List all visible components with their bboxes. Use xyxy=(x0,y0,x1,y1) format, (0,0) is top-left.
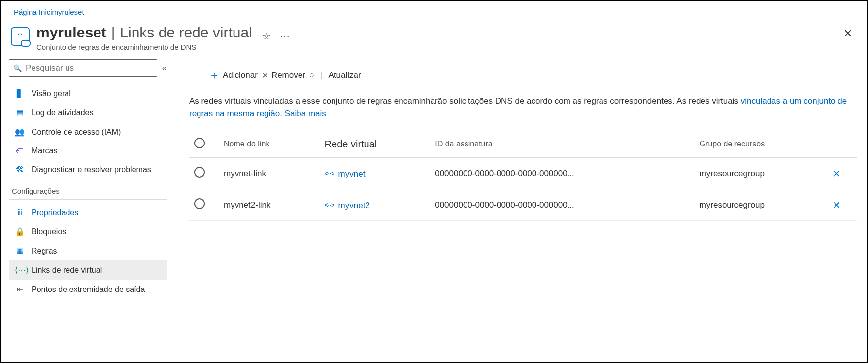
remove-label: Remover xyxy=(271,71,305,80)
delete-row-button[interactable]: ✕ xyxy=(833,168,841,179)
sidebar-item-diagnose[interactable]: 🛠 Diagnosticar e resolver problemas xyxy=(9,160,167,179)
sidebar-item-label: Controle de acesso (IAM) xyxy=(32,128,121,137)
cell-link-name: myvnet2-link xyxy=(219,189,320,221)
toolbar: ＋ Adicionar ✕Remover ○ | Atualizar xyxy=(189,59,857,95)
description-copy: As redes virtuais vinculadas a esse conj… xyxy=(189,96,741,106)
breadcrumb-resource[interactable]: myruleset xyxy=(52,8,84,16)
col-resource-group[interactable]: Grupo de recursos xyxy=(695,131,828,158)
cell-subscription-id: 00000000-0000-0000-0000-000000... xyxy=(430,158,694,189)
search-icon: 🔍 xyxy=(13,64,22,72)
select-all-checkbox[interactable] xyxy=(194,138,205,148)
vnet-link[interactable]: <··>myvnet2 xyxy=(325,201,370,211)
cell-resource-group: myresourcegroup xyxy=(695,189,828,221)
lock-icon: 🔒 xyxy=(15,227,25,236)
cell-resource-group: myresourcegroup xyxy=(695,158,828,189)
page-subtitle: Links de rede virtual xyxy=(120,24,252,40)
vnet-links-table: Nome do link Rede virtual ID da assinatu… xyxy=(189,131,857,221)
refresh-button[interactable]: ○ | Atualizar xyxy=(309,71,361,80)
collapse-sidebar-button[interactable]: « xyxy=(162,64,167,73)
properties-icon: ⅲ xyxy=(15,208,25,217)
tag-icon: 🏷 xyxy=(15,146,25,155)
close-button[interactable]: ✕ xyxy=(843,27,857,40)
add-button[interactable]: ＋ Adicionar xyxy=(209,68,258,83)
learn-more-link[interactable]: Saiba mais xyxy=(285,109,326,118)
sidebar-item-label: Log de atividades xyxy=(32,109,93,117)
wrench-icon: 🛠 xyxy=(15,165,25,174)
sidebar-item-activity-log[interactable]: ▤ Log de atividades xyxy=(9,103,167,122)
sidebar-item-rules[interactable]: ▦ Regras xyxy=(9,241,167,260)
col-link-name[interactable]: Nome do link xyxy=(219,131,320,158)
sidebar-item-label: Propriedades xyxy=(32,208,78,217)
sidebar-section-settings: Configurações xyxy=(9,179,167,200)
main-content: ＋ Adicionar ✕Remover ○ | Atualizar As re… xyxy=(171,59,867,361)
sidebar-item-label: Visão geral xyxy=(32,89,71,98)
row-select-checkbox[interactable] xyxy=(194,167,205,178)
sidebar-item-tags[interactable]: 🏷 Marcas xyxy=(9,142,167,160)
outbound-icon: ⇤ xyxy=(15,285,25,294)
description-text: As redes virtuais vinculadas a esse conj… xyxy=(189,95,857,120)
title-separator: | xyxy=(111,24,115,40)
refresh-label: Atualizar xyxy=(329,71,361,80)
search-input[interactable] xyxy=(26,63,153,73)
activity-log-icon: ▤ xyxy=(15,108,25,117)
page-title: myruleset xyxy=(36,24,106,40)
people-icon: 👥 xyxy=(15,127,25,137)
col-vnet[interactable]: Rede virtual xyxy=(320,131,431,158)
remove-x-icon: ✕ xyxy=(262,71,268,81)
sidebar: 🔍 « ▋ Visão geral ▤ Log de atividades 👥 … xyxy=(1,59,171,361)
cell-link-name: myvnet-link xyxy=(219,158,320,189)
page-header: ·· myruleset | Links de rede virtual Con… xyxy=(1,20,867,59)
cell-subscription-id: 00000000-0000-0000-0000-000000... xyxy=(430,189,694,221)
delete-row-button[interactable]: ✕ xyxy=(833,200,841,211)
vnet-link[interactable]: <··>myvnet xyxy=(325,169,366,179)
add-label: Adicionar xyxy=(223,71,258,80)
sidebar-item-label: Pontos de extremidade de saída xyxy=(32,285,145,294)
search-box[interactable]: 🔍 xyxy=(9,59,157,77)
breadcrumb-home[interactable]: Página Inici xyxy=(14,8,52,16)
sidebar-item-iam[interactable]: 👥 Controle de acesso (IAM) xyxy=(9,122,167,142)
resource-type-label: Conjunto de regras de encaminhamento de … xyxy=(36,43,252,51)
table-row[interactable]: myvnet-link<··>myvnet00000000-0000-0000-… xyxy=(189,158,857,189)
more-icon[interactable]: ⋯ xyxy=(280,30,290,42)
sidebar-item-label: Links de rede virtual xyxy=(32,266,102,275)
vnet-icon: <··> xyxy=(325,170,334,178)
sidebar-item-vnet-links[interactable]: ⟨⋯⟩ Links de rede virtual xyxy=(9,260,167,280)
vnet-link-icon: ⟨⋯⟩ xyxy=(15,265,25,275)
remove-button[interactable]: ✕Remover xyxy=(262,71,305,81)
toolbar-separator: | xyxy=(320,71,322,80)
sidebar-item-label: Regras xyxy=(32,247,57,255)
sidebar-item-properties[interactable]: ⅲ Propriedades xyxy=(9,203,167,222)
col-subscription-id[interactable]: ID da assinatura xyxy=(430,131,694,158)
sidebar-item-overview[interactable]: ▋ Visão geral xyxy=(9,84,167,103)
document-icon: ▋ xyxy=(15,89,25,98)
table-row[interactable]: myvnet2-link<··>myvnet200000000-0000-000… xyxy=(189,189,857,221)
refresh-icon: ○ xyxy=(309,71,314,80)
row-select-checkbox[interactable] xyxy=(194,198,205,209)
sidebar-item-label: Marcas xyxy=(32,146,57,155)
sidebar-item-label: Bloqueios xyxy=(32,227,66,236)
vnet-icon: <··> xyxy=(325,202,334,210)
rules-icon: ▦ xyxy=(15,246,25,255)
sidebar-item-locks[interactable]: 🔒 Bloqueios xyxy=(9,222,167,241)
favorite-icon[interactable]: ☆ xyxy=(262,30,271,42)
sidebar-item-outbound-endpoints[interactable]: ⇤ Pontos de extremidade de saída xyxy=(9,280,167,299)
ruleset-icon: ·· xyxy=(11,27,30,46)
plus-icon: ＋ xyxy=(209,68,220,83)
sidebar-item-label: Diagnosticar e resolver problemas xyxy=(32,165,151,174)
breadcrumb: Página Inicimyruleset xyxy=(1,1,867,20)
